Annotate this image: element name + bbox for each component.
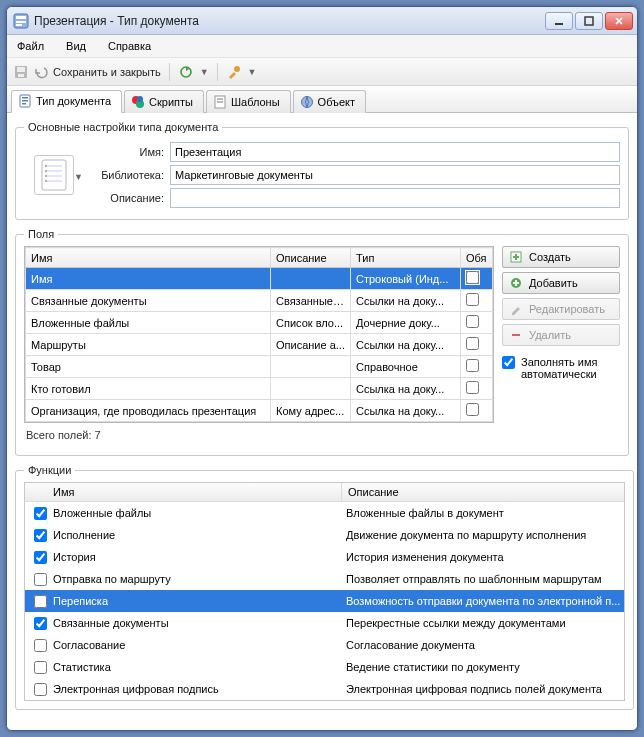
chevron-down-icon[interactable]: ▼ bbox=[200, 67, 209, 77]
required-checkbox[interactable] bbox=[466, 359, 479, 372]
col-type[interactable]: Тип bbox=[351, 248, 461, 268]
create-button[interactable]: Создать bbox=[502, 246, 620, 268]
list-item[interactable]: Связанные документыПерекрестные ссылки м… bbox=[25, 612, 624, 634]
edit-button[interactable]: Редактировать bbox=[502, 298, 620, 320]
cell-required bbox=[461, 334, 493, 356]
tab-object[interactable]: Объект bbox=[293, 90, 366, 113]
delete-button[interactable]: Удалить bbox=[502, 324, 620, 346]
delete-icon bbox=[509, 328, 523, 342]
menu-view[interactable]: Вид bbox=[62, 38, 90, 54]
autoname-label: Заполнять имя автоматически bbox=[521, 356, 620, 380]
autoname-checkbox[interactable] bbox=[502, 356, 515, 369]
cell-required bbox=[461, 378, 493, 400]
col-desc[interactable]: Описание bbox=[271, 248, 351, 268]
list-item[interactable]: Вложенные файлыВложенные файлы в докумен… bbox=[25, 502, 624, 524]
maximize-button[interactable] bbox=[575, 12, 603, 30]
undo-icon[interactable] bbox=[33, 64, 49, 80]
create-icon bbox=[509, 250, 523, 264]
description-field[interactable] bbox=[170, 188, 620, 208]
cell-desc bbox=[271, 356, 351, 378]
table-row[interactable]: Кто готовилСсылка на доку... bbox=[26, 378, 493, 400]
required-checkbox[interactable] bbox=[466, 381, 479, 394]
function-desc: Позволяет отправлять по шаблонным маршру… bbox=[346, 573, 620, 585]
function-checkbox[interactable] bbox=[34, 595, 47, 608]
table-row[interactable]: МаршрутыОписание а...Ссылки на доку... bbox=[26, 334, 493, 356]
function-checkbox[interactable] bbox=[34, 617, 47, 630]
chevron-down-icon: ▼ bbox=[74, 172, 83, 182]
refresh-icon[interactable] bbox=[178, 64, 194, 80]
fields-table[interactable]: Имя Описание Тип Обя ИмяСтроковый (Инд..… bbox=[24, 246, 494, 423]
close-button[interactable] bbox=[605, 12, 633, 30]
app-icon bbox=[13, 13, 29, 29]
tab-doc-type[interactable]: Тип документа bbox=[11, 90, 122, 113]
svg-rect-3 bbox=[16, 24, 22, 26]
doc-icon-picker[interactable]: ▼ bbox=[34, 155, 74, 195]
required-checkbox[interactable] bbox=[466, 337, 479, 350]
add-button[interactable]: Добавить bbox=[502, 272, 620, 294]
name-field[interactable] bbox=[170, 142, 620, 162]
menu-file[interactable]: Файл bbox=[13, 38, 48, 54]
tab-templates[interactable]: Шаблоны bbox=[206, 90, 291, 113]
cell-type: Строковый (Инд... bbox=[351, 268, 461, 290]
svg-rect-21 bbox=[217, 98, 223, 100]
fields-buttons: Создать Добавить Редактировать Удал bbox=[502, 246, 620, 423]
fields-total: Всего полей: 7 bbox=[26, 429, 618, 441]
table-row[interactable]: ТоварСправочное bbox=[26, 356, 493, 378]
app-window: Презентация - Тип документа Файл Вид Спр… bbox=[6, 6, 638, 731]
table-row[interactable]: Вложенные файлыСписок вло...Дочерние док… bbox=[26, 312, 493, 334]
cell-required bbox=[461, 290, 493, 312]
library-label: Библиотека: bbox=[80, 169, 170, 181]
function-checkbox[interactable] bbox=[34, 661, 47, 674]
required-checkbox[interactable] bbox=[466, 315, 479, 328]
function-checkbox[interactable] bbox=[34, 639, 47, 652]
save-close-button[interactable]: Сохранить и закрыть bbox=[53, 66, 161, 78]
func-col-name[interactable]: Имя bbox=[47, 483, 342, 501]
cell-name: Кто готовил bbox=[26, 378, 271, 400]
required-checkbox[interactable] bbox=[466, 403, 479, 416]
cell-name: Товар bbox=[26, 356, 271, 378]
table-row[interactable]: ИмяСтроковый (Инд... bbox=[26, 268, 493, 290]
table-row[interactable]: Организация, где проводилась презентация… bbox=[26, 400, 493, 422]
function-checkbox[interactable] bbox=[34, 551, 47, 564]
tab-scripts[interactable]: Скрипты bbox=[124, 90, 204, 113]
add-button-label: Добавить bbox=[529, 277, 578, 289]
svg-rect-24 bbox=[42, 160, 66, 190]
tab-templates-label: Шаблоны bbox=[231, 96, 280, 108]
list-item[interactable]: СогласованиеСогласование документа bbox=[25, 634, 624, 656]
col-required[interactable]: Обя bbox=[461, 248, 493, 268]
chevron-down-icon[interactable]: ▼ bbox=[248, 67, 257, 77]
function-checkbox[interactable] bbox=[34, 529, 47, 542]
list-item[interactable]: СтатистикаВедение статистики по документ… bbox=[25, 656, 624, 678]
library-field[interactable] bbox=[170, 165, 620, 185]
col-name[interactable]: Имя bbox=[26, 248, 271, 268]
function-checkbox[interactable] bbox=[34, 573, 47, 586]
list-item[interactable]: ПерепискаВозможность отправки документа … bbox=[25, 590, 624, 612]
basic-settings-legend: Основные настройки типа документа bbox=[24, 121, 222, 133]
svg-point-29 bbox=[45, 165, 47, 167]
edit-icon bbox=[509, 302, 523, 316]
function-checkbox[interactable] bbox=[34, 683, 47, 696]
list-item[interactable]: ИсторияИстория изменения документа bbox=[25, 546, 624, 568]
svg-rect-10 bbox=[18, 74, 24, 77]
required-checkbox[interactable] bbox=[466, 293, 479, 306]
svg-rect-1 bbox=[16, 16, 26, 19]
function-checkbox[interactable] bbox=[34, 507, 47, 520]
function-desc: Электронная цифровая подпись полей докум… bbox=[346, 683, 620, 695]
list-item[interactable]: ИсполнениеДвижение документа по маршруту… bbox=[25, 524, 624, 546]
required-checkbox[interactable] bbox=[466, 271, 479, 284]
svg-point-32 bbox=[45, 180, 47, 182]
maximize-icon bbox=[584, 16, 594, 26]
menu-help[interactable]: Справка bbox=[104, 38, 155, 54]
autoname-option[interactable]: Заполнять имя автоматически bbox=[502, 356, 620, 380]
tools-icon[interactable] bbox=[226, 64, 242, 80]
titlebar[interactable]: Презентация - Тип документа bbox=[7, 7, 637, 35]
minimize-button[interactable] bbox=[545, 12, 573, 30]
functions-list[interactable]: Вложенные файлыВложенные файлы в докумен… bbox=[24, 501, 625, 701]
table-row[interactable]: Связанные документыСвязанные ...Ссылки н… bbox=[26, 290, 493, 312]
list-item[interactable]: Отправка по маршрутуПозволяет отправлять… bbox=[25, 568, 624, 590]
svg-point-30 bbox=[45, 170, 47, 172]
list-item[interactable]: Электронная цифровая подписьЭлектронная … bbox=[25, 678, 624, 700]
function-name: Исполнение bbox=[51, 529, 346, 541]
save-icon[interactable] bbox=[13, 64, 29, 80]
func-col-desc[interactable]: Описание bbox=[342, 483, 624, 501]
